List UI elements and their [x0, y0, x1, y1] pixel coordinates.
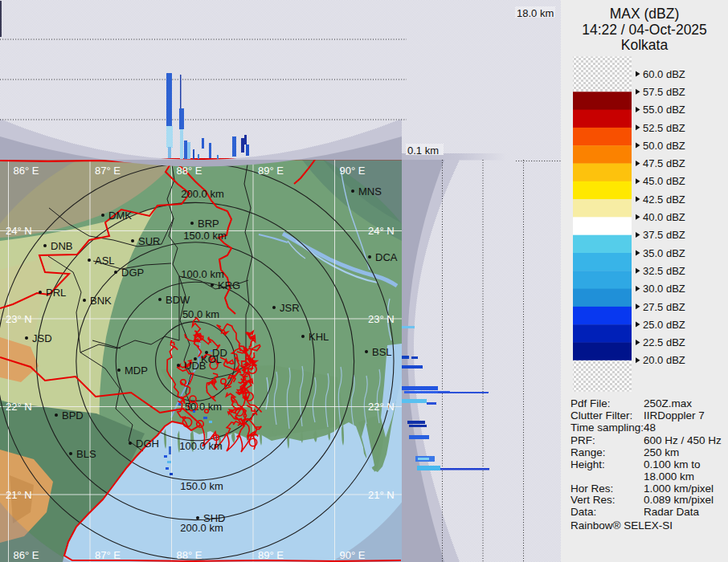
svg-text:KRG: KRG [218, 279, 240, 291]
svg-text:60.0 dBZ: 60.0 dBZ [643, 68, 685, 80]
svg-text:55.0 dBZ: 55.0 dBZ [643, 104, 685, 116]
svg-text:Rainbow® SELEX-SI: Rainbow® SELEX-SI [571, 519, 673, 531]
svg-text:50.0 km: 50.0 km [185, 401, 222, 413]
svg-text:27.5 dBZ: 27.5 dBZ [643, 301, 685, 313]
svg-text:89° E: 89° E [258, 165, 284, 177]
svg-text:250Z.max: 250Z.max [644, 397, 692, 409]
svg-text:MDP: MDP [125, 364, 148, 377]
svg-text:32.5 dBZ: 32.5 dBZ [643, 265, 685, 277]
svg-text:48: 48 [644, 422, 656, 434]
svg-text:ASL: ASL [95, 255, 115, 267]
svg-text:24° N: 24° N [6, 225, 32, 237]
svg-text:Vert Res:: Vert Res: [571, 494, 616, 506]
svg-text:90° E: 90° E [340, 165, 366, 177]
svg-text:18.000 km: 18.000 km [644, 470, 694, 483]
svg-text:MAX (dBZ): MAX (dBZ) [610, 6, 680, 22]
svg-text:20.0 dBZ: 20.0 dBZ [643, 354, 685, 366]
svg-text:21° N: 21° N [6, 489, 32, 501]
svg-text:250 km: 250 km [644, 446, 679, 458]
svg-text:18.0 km: 18.0 km [517, 7, 554, 19]
svg-text:Range:: Range: [571, 446, 606, 458]
svg-text:35.0 dBZ: 35.0 dBZ [643, 247, 685, 259]
svg-text:Clutter Filter:: Clutter Filter: [571, 409, 632, 422]
svg-text:BLS: BLS [76, 448, 96, 460]
svg-text:47.5 dBZ: 47.5 dBZ [643, 157, 685, 169]
svg-text:BPD: BPD [62, 409, 84, 422]
svg-text:SHD: SHD [203, 512, 225, 524]
svg-text:21° N: 21° N [368, 489, 395, 501]
svg-text:88° E: 88° E [177, 549, 202, 561]
svg-text:BRP: BRP [198, 218, 219, 230]
svg-text:86° E: 86° E [14, 165, 39, 177]
svg-text:SUR: SUR [138, 235, 160, 247]
svg-text:600 Hz / 450 Hz: 600 Hz / 450 Hz [644, 434, 722, 446]
svg-text:42.5 dBZ: 42.5 dBZ [643, 193, 685, 206]
svg-text:0.1 km: 0.1 km [407, 145, 439, 157]
svg-text:45.0 dBZ: 45.0 dBZ [643, 175, 685, 187]
svg-text:87° E: 87° E [95, 549, 121, 561]
svg-text:BSL: BSL [372, 346, 392, 358]
svg-text:24° N: 24° N [368, 225, 395, 237]
svg-text:23° N: 23° N [368, 313, 395, 325]
svg-text:87° E: 87° E [95, 165, 121, 177]
svg-text:Pdf File:: Pdf File: [571, 397, 611, 409]
svg-text:UDB: UDB [184, 360, 206, 372]
svg-text:1.000 km/pixel: 1.000 km/pixel [644, 483, 714, 495]
svg-text:22° N: 22° N [6, 401, 32, 413]
svg-text:89° E: 89° E [258, 549, 284, 561]
svg-text:25.0 dBZ: 25.0 dBZ [643, 319, 685, 331]
svg-text:40.0 dBZ: 40.0 dBZ [643, 211, 685, 223]
svg-text:DGH: DGH [136, 438, 159, 450]
svg-text:IIRDoppler 7: IIRDoppler 7 [644, 409, 705, 422]
svg-text:BDW: BDW [166, 294, 190, 306]
svg-text:150.0 km: 150.0 km [180, 480, 223, 492]
svg-text:22° N: 22° N [368, 401, 395, 413]
svg-text:100.0 km: 100.0 km [181, 268, 223, 280]
svg-text:DCA: DCA [375, 251, 398, 263]
svg-text:PRF:: PRF: [571, 434, 595, 446]
svg-text:DNB: DNB [51, 240, 72, 252]
svg-text:BNK: BNK [90, 295, 112, 307]
svg-text:50.0 km: 50.0 km [182, 308, 219, 320]
svg-text:Time sampling:: Time sampling: [571, 422, 644, 434]
svg-text:86° E: 86° E [14, 549, 39, 561]
svg-text:KHL: KHL [309, 331, 329, 343]
svg-text:0.100 km to: 0.100 km to [644, 458, 701, 470]
svg-text:37.5 dBZ: 37.5 dBZ [643, 229, 685, 241]
svg-text:14:22 / 04-Oct-2025: 14:22 / 04-Oct-2025 [582, 22, 707, 38]
svg-text:JSD: JSD [32, 332, 52, 344]
svg-text:50.0 dBZ: 50.0 dBZ [643, 140, 685, 152]
svg-text:200.0 km: 200.0 km [181, 188, 223, 200]
svg-text:JSR: JSR [280, 302, 300, 314]
svg-text:90° E: 90° E [340, 549, 366, 561]
svg-text:DMK: DMK [108, 210, 132, 222]
svg-text:PRL: PRL [46, 287, 66, 299]
svg-text:Kolkata: Kolkata [621, 37, 669, 53]
svg-text:MNS: MNS [358, 185, 382, 198]
svg-text:Hor Res:: Hor Res: [571, 483, 613, 495]
svg-text:150.0 km: 150.0 km [183, 230, 226, 242]
svg-text:57.5 dBZ: 57.5 dBZ [643, 86, 685, 98]
svg-text:Radar Data: Radar Data [644, 506, 700, 518]
svg-text:Data:: Data: [571, 506, 596, 518]
svg-text:23° N: 23° N [6, 313, 32, 325]
svg-text:22.5 dBZ: 22.5 dBZ [643, 336, 685, 348]
svg-text:52.5 dBZ: 52.5 dBZ [643, 122, 685, 134]
svg-text:100.0 km: 100.0 km [179, 440, 222, 452]
svg-text:DGP: DGP [121, 267, 144, 279]
svg-text:30.0 dBZ: 30.0 dBZ [643, 283, 685, 295]
svg-text:Height:: Height: [571, 458, 605, 470]
svg-text:0.089 km/pixel: 0.089 km/pixel [644, 494, 714, 506]
